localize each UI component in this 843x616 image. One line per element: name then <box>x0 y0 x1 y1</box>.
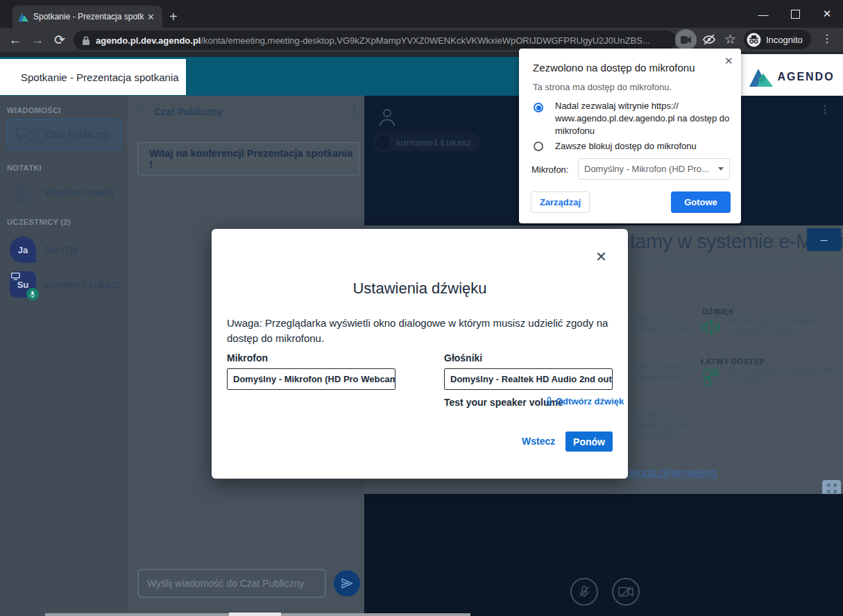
feature-text: Wysoka jakość dźwięku usprawnia kontakt. <box>729 317 833 336</box>
chat-welcome-message: Witaj na konferencji Prezentacja spotkan… <box>137 142 359 176</box>
notes-section-label: NOTATKI <box>7 164 42 172</box>
radio-allow[interactable] <box>534 103 543 112</box>
radio-block[interactable] <box>534 142 543 151</box>
url-bar[interactable]: agendo.pl.dev.agendo.pl/konta/emeeting,m… <box>74 31 676 50</box>
feature-text: Zgodność z obowiązującymi standardami. <box>630 411 706 440</box>
speaker-icon <box>701 318 721 336</box>
popup-mic-label: Mikrofon: <box>531 164 568 176</box>
mic-on-badge <box>26 288 39 300</box>
back-button[interactable]: Wstecz <box>522 436 555 447</box>
agendo-logo-icon <box>749 67 773 87</box>
meeting-title: Spotkanie - Prezentacja spotkania <box>0 59 186 95</box>
modal-note: Uwaga: Przeglądarka wyświetli okno dialo… <box>227 316 610 346</box>
sidebar-item-shared-notes[interactable]: Wspólne notatki <box>7 177 121 207</box>
feature-text: Twórz ankiety dla użytkowników. <box>630 363 699 382</box>
manage-button[interactable]: Zarządzaj <box>531 191 590 213</box>
eye-off-icon[interactable] <box>702 33 716 46</box>
participants-section-label: UCZESTNICY (2) <box>7 218 71 226</box>
chat-message-input[interactable]: Wyślij wiadomość do Czat Publiczny <box>137 569 326 598</box>
shared-notes-label: Wspólne notatki <box>44 187 114 198</box>
select-caret-icon <box>718 167 724 171</box>
sound-test-mic-icon <box>546 397 552 407</box>
popup-title: Zezwolono na dostęp do mikrofonu <box>533 62 695 74</box>
scrollbar-thumb[interactable] <box>229 613 281 616</box>
speakers-field-label: Głośniki <box>444 352 482 363</box>
radio-allow-label[interactable]: Nadal zezwalaj witrynie https:// www.age… <box>555 100 729 137</box>
sidebar <box>0 96 128 616</box>
incognito-icon <box>747 33 761 47</box>
done-button[interactable]: Gotowe <box>671 191 731 213</box>
incognito-badge: Incognito <box>744 30 811 49</box>
agendo-favicon <box>18 12 28 22</box>
tab-close-icon[interactable]: ✕ <box>147 12 155 22</box>
chat-back-icon[interactable]: ‹ <box>139 104 143 118</box>
mic-permission-popup: ✕ Zezwolono na dostęp do mikrofonu Ta st… <box>519 49 741 223</box>
slide-subheading: e-Meeting to system przeznaczony do spot… <box>613 257 843 267</box>
agendo-logo-text: AGENDO <box>777 71 834 83</box>
unmute-microphone-button[interactable] <box>570 578 598 606</box>
window-maximize-button[interactable] <box>779 0 811 28</box>
participant-name: Jan (Ty) <box>43 244 78 255</box>
screen-share-icon <box>11 273 20 280</box>
back-icon[interactable]: ← <box>4 33 26 48</box>
chat-header-title: Czat Publiczny <box>154 106 223 117</box>
incognito-label: Incognito <box>766 35 803 45</box>
public-chat-label: Czat Publiczny <box>45 129 110 140</box>
enable-camera-button[interactable] <box>612 578 640 606</box>
url-domain: agendo.pl.dev.agendo.pl <box>96 35 201 46</box>
reload-icon[interactable]: ⟳ <box>49 32 71 48</box>
browser-tab[interactable]: Spotkanie - Prezentacja spotkania ✕ <box>12 6 162 28</box>
webcam-avatar-dot <box>376 135 390 149</box>
browser-titlebar: Spotkanie - Prezentacja spotkania ✕ + — … <box>0 0 843 28</box>
camera-permission-icon[interactable] <box>675 29 697 51</box>
mic-muted-icon <box>577 585 591 599</box>
microphone-field-label: Mikrofon <box>227 352 268 363</box>
chat-options-icon[interactable]: ⋮ <box>349 104 360 117</box>
speakers-select[interactable]: Domyślny - Realtek HD Audio 2nd output (… <box>444 368 613 390</box>
play-sound-button[interactable]: Odtwórz dźwięk <box>546 396 624 407</box>
bookmark-star-icon[interactable]: ☆ <box>724 31 736 47</box>
window-minimize-button[interactable]: — <box>747 0 779 28</box>
expand-icon <box>827 484 837 493</box>
tab-title: Spotkanie - Prezentacja spotkania <box>33 12 144 22</box>
modal-title: Ustawienia dźwięku <box>212 280 628 298</box>
radio-block-label[interactable]: Zawsze blokuj dostęp do mikrofonu <box>555 140 697 153</box>
agendo-logo: AGENDO <box>741 54 843 99</box>
participant-row-surname1[interactable]: Su surname1 Łukasz <box>10 271 124 298</box>
webcam-options-icon[interactable]: ⋮ <box>819 103 831 116</box>
action-bar <box>364 494 843 616</box>
popup-mic-select[interactable]: Domyślny - Mikrofon (HD Pro... <box>578 158 730 180</box>
retry-button[interactable]: Ponów <box>565 431 613 452</box>
minimize-icon: – <box>820 232 827 247</box>
camera-off-icon <box>618 586 633 597</box>
send-message-button[interactable] <box>334 570 360 597</box>
easy-access-icon <box>701 368 721 386</box>
microphone-select[interactable]: Domyślny - Mikrofon (HD Pro Webcam C920)… <box>227 368 395 390</box>
minimize-presentation-button[interactable]: – <box>807 228 841 251</box>
feature-text: Organizuj spotkania online. <box>630 314 699 334</box>
feature-title: ŁATWY DOSTĘP <box>701 357 765 366</box>
speaker-test-label: Test your speaker volume <box>444 397 563 408</box>
new-tab-button[interactable]: + <box>169 9 178 25</box>
send-icon <box>341 578 353 589</box>
window-close-button[interactable]: ✕ <box>811 0 843 28</box>
sidebar-item-public-chat[interactable]: Czat Publiczny <box>7 119 121 150</box>
chat-bubbles-icon <box>16 126 34 143</box>
chat-input-placeholder: Wyślij wiadomość do Czat Publiczny <box>147 578 304 589</box>
url-path: /konta/emeeting,meeting-desktop,VG9kZXpM… <box>201 35 649 46</box>
feature-text: Bez instalacji. Dostajesz link i wchodzi… <box>729 366 840 386</box>
messages-section-label: WIADOMOŚCI <box>7 106 61 114</box>
browser-menu-icon[interactable]: ⋮ <box>821 32 833 45</box>
notes-icon <box>15 183 32 201</box>
feature-title: DŹWIĘK <box>702 307 734 316</box>
lock-icon <box>82 35 90 46</box>
participant-name: surname1 Łukasz <box>43 279 120 290</box>
modal-close-icon[interactable]: ✕ <box>595 248 607 265</box>
user-silhouette-icon <box>378 108 396 127</box>
popup-subtitle: Ta strona ma dostęp do mikrofonu. <box>533 82 672 92</box>
participant-row-jan[interactable]: Ja Jan (Ty) <box>10 236 124 264</box>
popup-close-icon[interactable]: ✕ <box>724 55 733 67</box>
forward-icon[interactable]: → <box>26 33 49 48</box>
webcam-name-tag: surname1 Łukasz <box>373 133 481 151</box>
screen: Spotkanie - Prezentacja spotkania ✕ + — … <box>0 0 843 616</box>
